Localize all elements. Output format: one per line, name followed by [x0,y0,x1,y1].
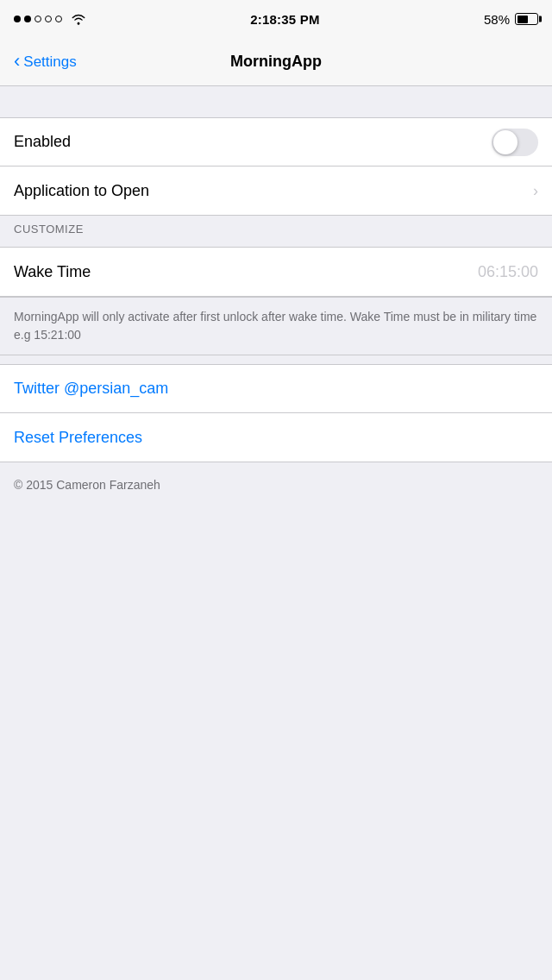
back-label: Settings [23,53,76,71]
app-to-open-label: Application to Open [14,182,149,200]
twitter-label: Twitter @persian_cam [14,380,168,398]
reset-label: Reset Preferences [14,429,142,447]
wake-time-label: Wake Time [14,263,91,281]
middle-spacer: CUSTOMIZE [0,216,552,247]
main-settings-group: Enabled Application to Open › [0,117,552,216]
signal-dot-5 [55,16,62,22]
enabled-cell: Enabled [0,118,552,166]
wake-time-cell[interactable]: Wake Time 06:15:00 [0,248,552,296]
customize-header: CUSTOMIZE [0,216,552,241]
signal-dots [14,16,62,22]
copyright-text: © 2015 Cameron Farzaneh [14,478,160,492]
back-button[interactable]: ‹ Settings [7,47,84,78]
twitter-cell[interactable]: Twitter @persian_cam [0,365,552,413]
status-time: 2:18:35 PM [250,12,319,27]
info-block: MorningApp will only activate after firs… [0,297,552,355]
toggle-knob [493,130,518,154]
signal-dot-1 [14,16,21,22]
signal-dot-3 [34,16,41,22]
battery-icon [515,13,538,25]
links-group: Twitter @persian_cam Reset Preferences [0,364,552,462]
enabled-label: Enabled [14,133,71,151]
enabled-toggle[interactable] [492,129,538,156]
chevron-right-icon: › [533,182,538,200]
nav-bar: ‹ Settings MorningApp [0,38,552,86]
wake-time-value: 06:15:00 [478,263,538,281]
app-to-open-cell[interactable]: Application to Open › [0,166,552,215]
signal-dot-4 [45,16,52,22]
customize-group: Wake Time 06:15:00 [0,247,552,297]
page-title: MorningApp [230,53,322,71]
status-right: 58% [484,12,538,27]
signal-dot-2 [24,16,31,22]
wifi-icon [71,13,86,25]
reset-preferences-cell[interactable]: Reset Preferences [0,413,552,462]
info-text: MorningApp will only activate after firs… [14,310,536,342]
spacer-2 [0,355,552,364]
top-spacer [0,86,552,117]
status-left [14,13,86,25]
back-chevron-icon: ‹ [14,52,20,71]
status-bar: 2:18:35 PM 58% [0,0,552,38]
battery-percent: 58% [484,12,510,27]
footer: © 2015 Cameron Farzaneh [0,462,552,507]
